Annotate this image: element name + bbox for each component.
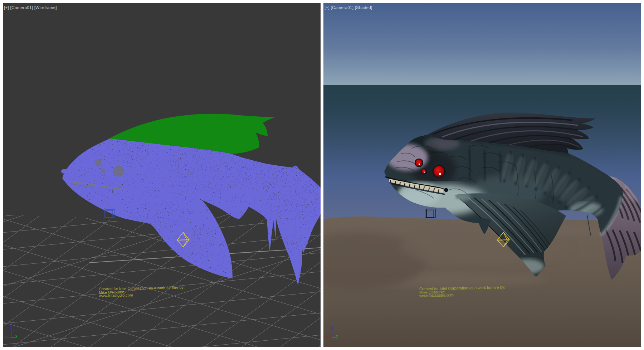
svg-text:x: x (4, 334, 6, 338)
svg-text:www.fritzstudio.com: www.fritzstudio.com (419, 293, 454, 298)
svg-text:x: x (325, 334, 327, 338)
svg-text:y: y (15, 334, 18, 338)
svg-text:y: y (336, 334, 338, 338)
svg-text:www.fritzstudio.com: www.fritzstudio.com (98, 293, 133, 298)
svg-text:z: z (331, 325, 333, 329)
svg-text:[+] [Camera01] [Shaded]: [+] [Camera01] [Shaded] (325, 5, 372, 10)
svg-text:[+] [Camera01] [Wireframe]: [+] [Camera01] [Wireframe] (4, 5, 57, 10)
svg-text:z: z (10, 325, 12, 329)
